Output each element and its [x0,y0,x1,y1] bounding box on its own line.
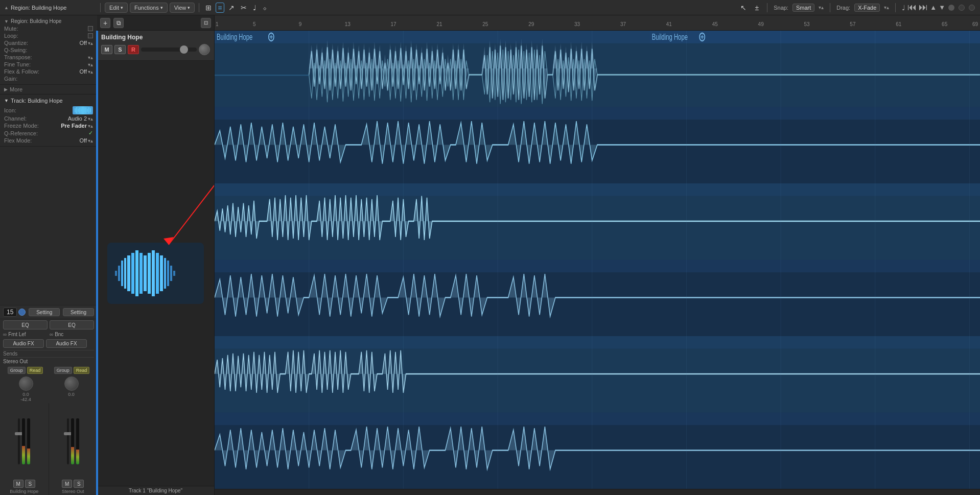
list-view-button[interactable]: ≡ [216,3,224,13]
svg-rect-25 [167,261,169,286]
marker-tool-button[interactable]: ⬦ [261,3,269,13]
plugin-waveform-display [107,243,204,304]
pointer-tool-button[interactable]: ↗ [226,3,237,13]
main-area: ▼ Region: Building Hope Mute: Loop: Quan… [0,15,980,495]
fader-left[interactable] [18,418,20,464]
solo-button-left[interactable]: S [25,480,35,488]
track-record-button[interactable]: R [128,45,139,54]
freeze-stepper[interactable]: ▾▴ [88,123,93,129]
panning-knob[interactable] [199,44,210,55]
infinity-icon-left: ∞ [3,332,7,337]
flex-stepper[interactable]: ▾▴ [88,69,93,75]
solo-button-right[interactable]: S [74,480,84,488]
setting-button-left[interactable]: Setting [29,308,60,316]
guitar-tool-button[interactable]: ♩ [251,3,259,13]
fast-forward-button[interactable]: ⏭ [919,2,928,13]
status-circle-green [959,5,965,11]
waveform-icon-svg [74,107,92,114]
fine-tune-stepper[interactable]: ▾▴ [88,62,93,67]
svg-rect-7 [85,108,86,113]
volume-thumb[interactable] [180,45,188,54]
down-button[interactable]: ▼ [939,4,945,11]
rewind-button[interactable]: ⏮ [907,2,917,13]
mute-button-left[interactable]: M [13,480,24,488]
audio-fx-button-right[interactable]: Audio FX [46,339,87,348]
volume-knob-left[interactable] [19,376,33,391]
track-mute-button[interactable]: M [101,45,112,54]
plus-minus-button[interactable]: ± [753,3,761,13]
duplicate-button[interactable]: ⧉ [113,18,124,28]
track-solo-button[interactable]: S [114,45,126,54]
transpose-stepper[interactable]: ▾▴ [88,55,93,60]
plugin-area: Click here to insert a reverb effect plu… [97,61,214,486]
svg-rect-22 [156,253,159,294]
functions-button[interactable]: Functions ▾ [130,3,168,13]
fader-right[interactable] [67,418,69,464]
group-button-left[interactable]: Group [8,367,26,374]
separator [100,3,101,12]
svg-rect-5 [82,107,83,113]
track-section: ▼ Track: Building Hope Icon: [0,95,97,147]
separator-2 [199,3,199,12]
grid-view-button[interactable]: ⊞ [203,3,214,13]
track-section-header: ▼ Track: Building Hope [4,97,93,106]
svg-rect-9 [88,107,89,113]
svg-rect-23 [160,255,163,291]
bottom-strips: 15 Setting Setting EQ EQ ∞ Frnt Lef ∞ [0,305,97,495]
scissors-tool-button[interactable]: ✂ [239,3,249,13]
marker-icon: ⬦ [263,4,267,12]
collapse-button[interactable]: ⊡ [201,18,211,28]
freeze-row: Freeze Mode: Pre Fader ▾▴ [4,122,93,129]
channel-strips: M S Building Hope [0,403,97,495]
top-toolbar: ▲ Region: Building Hope Edit ▾ Functions… [0,0,980,15]
group-read-row: Group Read Group Read [0,366,97,374]
infinity-icon-right: ∞ [50,332,53,337]
eq-button-left[interactable]: EQ [3,320,48,329]
view-button[interactable]: View ▾ [170,3,195,13]
eq-button-right[interactable]: EQ [50,320,94,329]
mute-checkbox[interactable] [88,26,93,31]
qref-row: Q-Reference: ✓ [4,129,93,137]
audio-fx-button-left[interactable]: Audio FX [3,339,44,348]
grid-icon: ⊞ [205,4,212,12]
setting-button-right[interactable]: Setting [63,308,94,316]
gain-row: Gain: [4,75,93,82]
read-button-right[interactable]: Read [74,367,90,374]
chevron-down-icon: ▾ [188,5,190,10]
loop-checkbox[interactable] [88,33,93,38]
flex-mode-stepper[interactable]: ▾▴ [88,138,93,144]
region-label: ▲ Region: Building Hope [4,5,96,11]
meter-fill-right-2 [76,450,79,464]
select-tool-button[interactable]: ↖ [738,3,749,13]
channel-stepper[interactable]: ▾▴ [88,116,93,122]
eq-row: EQ EQ [0,319,97,331]
up-button[interactable]: ▲ [930,4,937,11]
add-track-button[interactable]: + [100,18,110,28]
waveform-svg: Building Hope [215,31,980,489]
track-header-top: + ⧉ ⊡ [97,15,214,31]
meter-fill-left [22,446,25,464]
horizontal-scrollbar[interactable] [215,489,980,495]
metronome-button[interactable]: ♩ [902,4,905,12]
volume-slider[interactable] [141,48,197,52]
region-section-header: ▼ Region: Building Hope [4,17,93,25]
read-button-left[interactable]: Read [27,367,43,374]
quantize-stepper[interactable]: ▾▴ [88,40,93,46]
track-icon-display[interactable] [73,106,93,114]
svg-rect-18 [139,253,143,294]
more-section[interactable]: ▶ More [0,85,97,95]
volume-knob-right[interactable] [64,376,79,391]
group-button-right[interactable]: Group [54,367,72,374]
sends-section: Sends Stereo Out [0,349,97,366]
fader-area-right [67,405,79,478]
svg-rect-44 [215,183,980,196]
track-header-panel: + ⧉ ⊡ Building Hope M S R [97,15,215,495]
plugin-slot[interactable] [97,61,214,486]
svg-text:Building Hope: Building Hope [217,32,252,42]
chevron-down-icon: ▾ [160,5,163,10]
separator-4 [830,3,830,12]
mute-row: Mute: [4,25,93,32]
mute-button-right[interactable]: M [62,480,72,488]
duplicate-icon: ⧉ [116,19,121,27]
edit-button[interactable]: Edit ▾ [105,3,128,13]
